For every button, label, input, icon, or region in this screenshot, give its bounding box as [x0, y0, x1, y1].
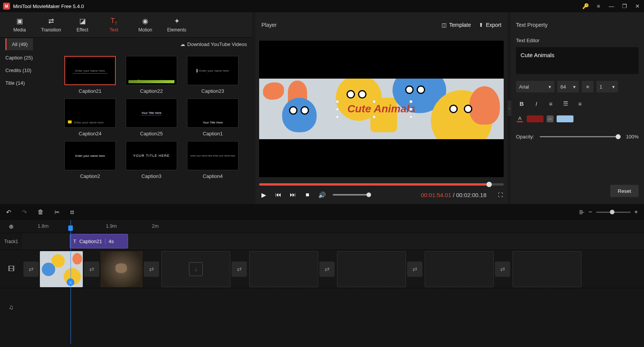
template-thumb[interactable]: YOUR TITLE HERE: [126, 141, 177, 170]
transition-icon: ⇄: [48, 17, 54, 25]
template-item[interactable]: YOUR TITLE HERECaption3: [123, 141, 180, 179]
tool-elements[interactable]: ✦Elements: [161, 12, 192, 38]
redo-button[interactable]: ↷: [22, 209, 27, 216]
transition-slot[interactable]: ⇄: [84, 261, 99, 277]
timeline-ruler[interactable]: ⊕ 1.8m 1.9m 2m: [0, 220, 644, 233]
template-thumb[interactable]: Your Title Here: [126, 99, 177, 128]
maximize-button[interactable]: ❐: [621, 3, 628, 10]
elements-icon: ✦: [174, 17, 180, 25]
export-button[interactable]: ⬆Export: [479, 22, 501, 28]
crop-button[interactable]: ⧈: [70, 209, 74, 215]
template-thumb[interactable]: enter your name here enter your name her…: [187, 141, 238, 170]
transition-slot[interactable]: ⇄: [319, 261, 335, 277]
video-clip[interactable]: [100, 251, 143, 287]
opacity-slider[interactable]: [540, 136, 621, 137]
seek-bar[interactable]: [259, 183, 504, 186]
align-right-button[interactable]: ≡: [574, 98, 586, 109]
text-color-button[interactable]: A: [516, 115, 524, 123]
tool-transition[interactable]: ⇄Transition: [35, 12, 67, 38]
video-clip[interactable]: x: [40, 251, 83, 287]
zoom-out-button[interactable]: −: [588, 209, 592, 215]
template-thumb[interactable]: Enter your name here: [187, 56, 238, 85]
category-all[interactable]: All (49): [5, 38, 33, 50]
properties-panel: › Text Property Text Editor Arial▾ 64▾ ≡…: [511, 12, 644, 204]
category-caption[interactable]: Caption (25): [0, 51, 58, 64]
undo-button[interactable]: ↶: [6, 209, 11, 216]
prev-button[interactable]: ⏮: [274, 191, 282, 198]
color-swatch-blue[interactable]: [557, 115, 573, 122]
color-swatch-red[interactable]: [527, 115, 544, 122]
panel-collapse-handle[interactable]: ›: [508, 100, 511, 116]
text-content-input[interactable]: [516, 47, 639, 74]
empty-clip-slot[interactable]: [513, 251, 582, 287]
template-thumb[interactable]: Enter your name here: [64, 141, 116, 170]
volume-icon[interactable]: 🔊: [318, 191, 326, 199]
font-size-select[interactable]: 64▾: [557, 81, 579, 92]
empty-clip-slot[interactable]: [249, 251, 318, 287]
template-item[interactable]: Enter your name hereCaption2: [61, 141, 119, 179]
tool-media[interactable]: ▣Media: [4, 12, 35, 38]
transition-slot[interactable]: ⇄: [232, 261, 247, 277]
transition-slot[interactable]: ⇄: [407, 261, 422, 277]
text-editor-label: Text Editor: [516, 38, 639, 43]
add-track-button[interactable]: ⊕: [0, 220, 22, 233]
download-youtube-link[interactable]: ☁ Download YouTube Videos: [180, 41, 247, 47]
video-preview[interactable]: Cute Animals: [259, 41, 504, 177]
volume-slider[interactable]: [333, 194, 371, 196]
hamburger-icon[interactable]: ≡: [595, 3, 602, 10]
template-item[interactable]: Your Title HereCaption25: [123, 99, 180, 136]
empty-clip-slot[interactable]: [337, 251, 406, 287]
italic-button[interactable]: I: [531, 98, 542, 109]
category-credits[interactable]: Credits (10): [0, 64, 58, 77]
magnet-icon[interactable]: ⊪: [579, 209, 585, 216]
opacity-thumb[interactable]: [616, 134, 621, 139]
empty-clip-slot[interactable]: [425, 251, 494, 287]
zoom-slider[interactable]: [596, 212, 631, 213]
split-button[interactable]: ✂: [54, 209, 59, 216]
transition-slot[interactable]: ⇄: [495, 261, 510, 277]
text-clip[interactable]: T Caption21 4s: [70, 234, 128, 248]
template-item[interactable]: Your Title HereCaption1: [184, 99, 242, 136]
template-item[interactable]: Enter your name hereCaption21: [61, 56, 119, 94]
letter-spacing-select[interactable]: 1▾: [596, 81, 618, 92]
bold-button[interactable]: B: [516, 98, 527, 109]
template-item[interactable]: enter your name here enter your name her…: [184, 141, 242, 179]
close-button[interactable]: ✕: [634, 3, 641, 10]
reset-button[interactable]: Reset: [610, 185, 639, 197]
template-item[interactable]: Enter your name hereCaption24: [61, 99, 119, 136]
template-item[interactable]: Enter your name hereCaption22: [123, 56, 180, 94]
chevron-down-icon: ▾: [549, 84, 551, 90]
template-icon: ◫: [442, 22, 447, 28]
font-family-select[interactable]: Arial▾: [516, 81, 554, 92]
template-thumb[interactable]: Enter your name here: [64, 99, 116, 128]
playhead[interactable]: [71, 220, 71, 344]
template-thumb[interactable]: Enter your name here: [64, 56, 116, 85]
transition-slot[interactable]: ⇄: [23, 261, 39, 277]
line-height-button[interactable]: ≡: [582, 81, 593, 92]
volume-thumb[interactable]: [366, 192, 371, 197]
audio-track: ♫: [0, 288, 644, 327]
template-grid[interactable]: Enter your name hereCaption21 Enter your…: [58, 51, 252, 204]
template-item[interactable]: Enter your name hereCaption23: [184, 56, 242, 94]
template-thumb[interactable]: Enter your name here: [126, 56, 177, 85]
align-left-button[interactable]: ≡: [545, 98, 557, 109]
highlight-toggle[interactable]: ab: [547, 115, 554, 122]
transition-slot[interactable]: ⇄: [144, 261, 159, 277]
zoom-in-button[interactable]: +: [634, 209, 638, 215]
empty-clip-slot[interactable]: ↓: [161, 251, 230, 287]
minimize-button[interactable]: —: [608, 3, 615, 10]
category-title[interactable]: Title (14): [0, 77, 58, 89]
tool-motion[interactable]: ◉Motion: [130, 12, 161, 38]
play-button[interactable]: ▶: [260, 191, 268, 199]
template-button[interactable]: ◫Template: [442, 22, 471, 28]
tool-text[interactable]: TTText: [98, 12, 130, 38]
template-thumb[interactable]: Your Title Here: [187, 99, 238, 128]
next-button[interactable]: ⏭: [289, 191, 297, 198]
stop-button[interactable]: ■: [304, 191, 311, 198]
zoom-thumb[interactable]: [610, 210, 614, 214]
fullscreen-button[interactable]: ⛶: [498, 192, 503, 198]
delete-button[interactable]: 🗑: [38, 209, 44, 215]
align-center-button[interactable]: ☰: [560, 98, 571, 109]
tool-effect[interactable]: ◪Effect: [67, 12, 98, 38]
key-icon[interactable]: 🔑: [582, 3, 589, 10]
